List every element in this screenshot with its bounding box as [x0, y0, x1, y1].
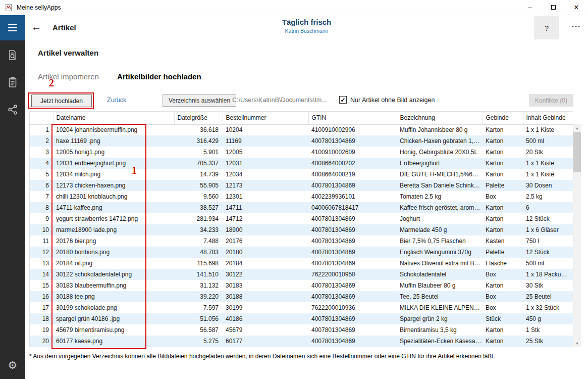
cell-unit: Palette [483, 180, 523, 191]
table-row[interactable]: 7chilli 12301 knoblauch.png9.56012301400… [30, 191, 574, 202]
column-header-bestellnummer[interactable]: Bestellnummer [223, 112, 308, 124]
table-row[interactable]: 1120176 bier.png7.488201764007801304869B… [30, 235, 574, 247]
sidebar-item-settings[interactable]: ⚙ [4, 358, 21, 373]
cell-gtin: 4007801304869 [308, 291, 397, 302]
cell-n: 14 [30, 269, 53, 280]
cell-size: 31.132 [174, 280, 223, 291]
cell-unit: Karton [483, 124, 523, 135]
column-header-bezeichnung[interactable]: Bezeichnung [397, 112, 483, 124]
column-header-dateigroesse[interactable]: Dateigröße [174, 112, 223, 124]
table-row[interactable]: 512034 milch.png14.739120344008664000219… [30, 169, 574, 180]
hamburger-icon [8, 24, 17, 25]
help-button[interactable]: ? [534, 16, 559, 39]
cell-file: 30199 schokolade.png [53, 302, 174, 313]
column-header-dateiname[interactable]: Dateiname [53, 112, 174, 124]
table-row[interactable]: 2060177 kaese.png5.275601774007801304869… [30, 336, 574, 347]
cell-gtin: 4007801304869 [308, 135, 397, 147]
cell-unit: Karton [483, 158, 523, 169]
table-row[interactable]: 1430122 schokoladentafel.png141.51030122… [30, 269, 574, 280]
cell-n: 20 [30, 336, 53, 347]
table-row[interactable]: 2haxe 11169 .png316.42911169400780130486… [30, 135, 574, 147]
company-name: Täglich frisch [25, 18, 588, 26]
checkbox-check-icon[interactable]: ✓ [339, 96, 347, 104]
cell-desc: Honig, Gebirgsblüte 20X0,5L [397, 147, 483, 158]
sidebar-item-artikel[interactable] [4, 75, 21, 90]
cell-unit: Box [483, 191, 523, 202]
column-header-gtin[interactable]: GTIN [308, 112, 397, 124]
cell-content: 1 x 18 Packu… [523, 269, 574, 280]
cell-order: 10204 [223, 124, 308, 135]
cell-content: 1 x 1 Kiste [523, 158, 574, 169]
cell-desc: Schokoladentafel [397, 269, 483, 280]
cell-n: 12 [30, 247, 53, 258]
only-without-image-checkbox[interactable]: ✓ Nur Artikel ohne Bild anzeigen [339, 96, 435, 104]
sidebar: ⚙ [0, 40, 25, 379]
cell-content: 2,5 kg [523, 191, 574, 202]
cell-order: 30183 [223, 280, 308, 291]
cell-unit: Box [483, 269, 523, 280]
more-button[interactable]: ··· [572, 22, 581, 31]
cell-content: 450 g [523, 313, 574, 324]
conflicts-button[interactable]: Konflikte (0) [529, 94, 573, 107]
cell-gtin: 4007801304869 [308, 336, 397, 347]
cell-order: 12034 [223, 169, 308, 180]
share-network-icon [7, 104, 19, 116]
table-row[interactable]: 1320184 oil.png115.698201844007801304869… [30, 258, 574, 269]
table-row[interactable]: 412031 erdbeerjoghurt.png705.33712031400… [30, 158, 574, 169]
cell-desc: Tomaten 2,5 kg [397, 191, 483, 202]
column-header-rownum[interactable] [30, 112, 53, 124]
scroll-up-icon[interactable]: ▲ [573, 124, 581, 132]
maximize-button[interactable] [542, 0, 565, 15]
cell-n: 2 [30, 135, 53, 147]
vertical-scrollbar[interactable]: ▲ ▼ [573, 124, 581, 347]
hamburger-menu-button[interactable] [0, 15, 25, 40]
cell-size: 705.337 [174, 158, 223, 169]
cell-n: 6 [30, 180, 53, 191]
table-body: 110204 johannisbeermuffin.png36.61810204… [30, 124, 574, 347]
cell-order: 14712 [223, 213, 308, 224]
upload-now-button[interactable]: Jetzt hochladen [31, 94, 92, 107]
table-row[interactable]: 1630188 tee.png39.220301884007801304869T… [30, 291, 574, 302]
table-row[interactable]: 10marme18900 lade.png34.2331890040078013… [30, 224, 574, 235]
table-row[interactable]: 18spargel grün 40186 .jpg51.056401864007… [30, 313, 574, 324]
sidebar-item-documents[interactable] [4, 48, 21, 63]
table-row[interactable]: 312005 honig1.png5.901120054100910002609… [30, 147, 574, 158]
cell-content: 1 x 6 Gläser [523, 224, 574, 235]
cell-gtin: 4007801304869 [308, 213, 397, 224]
cell-content: 1 x 1 Kiste [523, 124, 574, 135]
cell-desc: MILKA DIE KLEINE ALPENMI… [397, 302, 483, 313]
column-header-gebinde[interactable]: Gebinde [483, 112, 523, 124]
table-row[interactable]: 110204 johannisbeermuffin.png36.61810204… [30, 124, 574, 135]
table-row[interactable]: 814711 kaffee.png38.52714711040060678184… [30, 202, 574, 213]
title-bar: Meine sellyApps – ✕ [0, 0, 588, 15]
tab-artikel-importieren[interactable]: Artikel importieren [38, 72, 99, 81]
cell-size: 5.901 [174, 147, 223, 158]
cell-file: 12005 honig1.png [53, 147, 174, 158]
cell-unit: Karton [483, 213, 523, 224]
cell-size: 39.220 [174, 291, 223, 302]
table-row[interactable]: 1945679 birnentiramisu.png56.58745679400… [30, 324, 574, 336]
choose-directory-button[interactable]: Verzeichnis auswählen [163, 94, 236, 107]
table-row[interactable]: 1730199 schokolade.png7.5973019976222000… [30, 302, 574, 313]
cell-size: 56.587 [174, 324, 223, 336]
minimize-button[interactable]: – [518, 0, 542, 15]
cell-n: 15 [30, 280, 53, 291]
cell-file: 20180 bonbons.png [53, 247, 174, 258]
scroll-down-icon[interactable]: ▼ [573, 340, 581, 347]
tab-artikelbilder-hochladen[interactable]: Artikelbilder hochladen [117, 72, 201, 81]
table-row[interactable]: 1530183 blaubeermuffin.png31.13230183400… [30, 280, 574, 291]
cell-desc: Birnentiramisu 3,5 kg [397, 324, 483, 336]
table-row[interactable]: 9yogurt strawberries 14712.png281.934147… [30, 213, 574, 224]
scrollbar-thumb[interactable] [573, 132, 581, 172]
table-row[interactable]: 1220180 bonbons.png48.783201804007801304… [30, 247, 574, 258]
sidebar-item-share[interactable] [4, 102, 21, 117]
cell-content: 1 Stk [523, 324, 574, 336]
close-button[interactable]: ✕ [565, 0, 588, 15]
cell-content: 1 x 32 Stück [523, 302, 574, 313]
cell-n: 3 [30, 147, 53, 158]
table-row[interactable]: 612173 chicken-haxen.png55.9051217340078… [30, 180, 574, 191]
back-link[interactable]: Zurück [107, 97, 126, 104]
column-header-inhalt-gebinde[interactable]: Inhalt Gebinde [523, 112, 574, 124]
cell-order: 12031 [223, 158, 308, 169]
cell-order: 11169 [223, 135, 308, 147]
